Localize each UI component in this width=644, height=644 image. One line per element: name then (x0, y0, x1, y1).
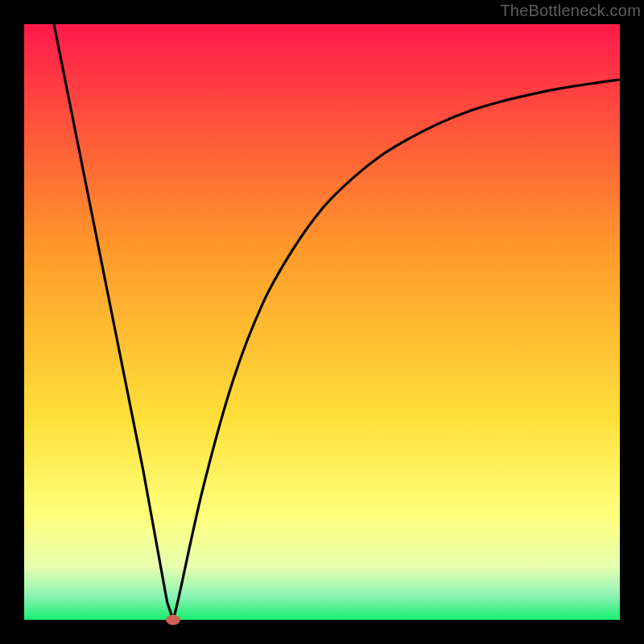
bottleneck-curve (24, 24, 620, 620)
watermark-label: TheBottleneck.com (500, 2, 641, 20)
plot-area (24, 24, 620, 620)
minimum-marker (166, 615, 180, 625)
